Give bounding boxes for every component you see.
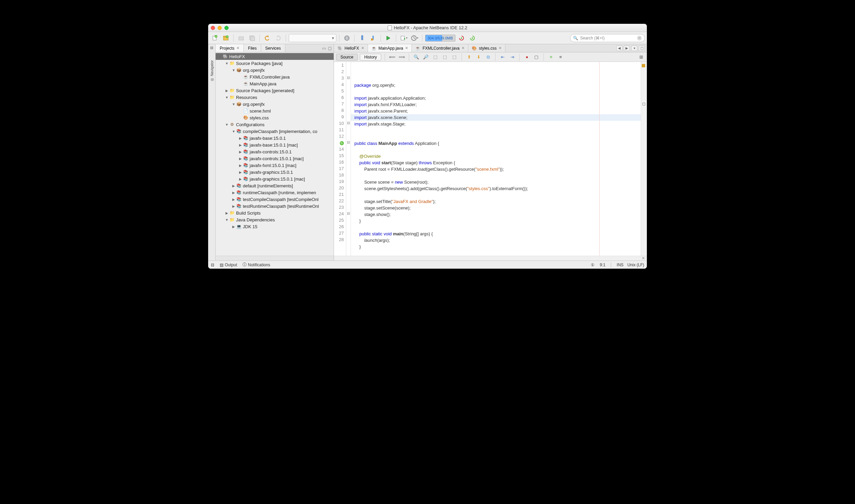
tree-node[interactable]: ▶📚runtimeClasspath [runtime, implemen bbox=[216, 189, 334, 196]
expand-toggle-icon[interactable]: ▼ bbox=[231, 130, 236, 133]
tree-node[interactable]: ▼📦org.openjfx bbox=[216, 101, 334, 107]
expand-toggle-icon[interactable]: ▼ bbox=[231, 68, 236, 72]
expand-toggle-icon[interactable]: ▼ bbox=[224, 218, 229, 222]
sidebar-scrollbar[interactable] bbox=[216, 256, 334, 261]
uncomment-button[interactable]: ≡ bbox=[557, 53, 564, 61]
maximize-editor-button[interactable]: ▢ bbox=[639, 46, 645, 51]
minimize-status-icon[interactable]: ⊟ bbox=[211, 263, 214, 267]
tab-list-button[interactable]: ▾ bbox=[631, 46, 637, 51]
shift-right-button[interactable]: ⇥ bbox=[508, 53, 516, 61]
editor-tab[interactable]: 🐘HelloFX✕ bbox=[334, 44, 368, 52]
find-prev-button[interactable]: ⬚ bbox=[432, 53, 439, 61]
clean-build-button[interactable] bbox=[368, 33, 378, 43]
prev-bookmark-button[interactable]: ⬆ bbox=[465, 53, 473, 61]
history-view-button[interactable]: History bbox=[360, 54, 381, 61]
expand-toggle-icon[interactable]: ▶ bbox=[224, 211, 229, 215]
editor-tab[interactable]: ☕MainApp.java✕ bbox=[368, 44, 412, 52]
tree-node[interactable]: ▶💻JDK 15 bbox=[216, 223, 334, 230]
expand-toggle-icon[interactable]: ▶ bbox=[238, 136, 243, 140]
split-editor-button[interactable]: ⊞ bbox=[637, 53, 645, 61]
start-macro-button[interactable]: ● bbox=[523, 53, 531, 61]
insert-mode-indicator[interactable]: ① bbox=[591, 263, 594, 267]
expand-toggle-icon[interactable]: ▼ bbox=[224, 62, 229, 65]
toggle-highlight-button[interactable]: ⬚ bbox=[451, 53, 458, 61]
profile-button[interactable]: ▾ bbox=[410, 33, 419, 43]
tree-node[interactable]: ☕MainApp.java bbox=[216, 80, 334, 87]
navigator-tab[interactable]: ◎Navigator bbox=[209, 60, 214, 82]
close-scroll-icon[interactable]: ✕ bbox=[642, 256, 645, 261]
expand-toggle-icon[interactable]: ▶ bbox=[224, 89, 229, 93]
tree-node[interactable]: ▶📚default [runtimeElements] bbox=[216, 182, 334, 189]
expand-toggle-icon[interactable]: ▶ bbox=[238, 150, 243, 154]
find-next-button[interactable]: ⬚ bbox=[441, 53, 449, 61]
expand-toggle-icon[interactable]: ▶ bbox=[231, 184, 236, 188]
next-bookmark-button[interactable]: ⬇ bbox=[475, 53, 482, 61]
tree-node[interactable]: ▶📚javafx-graphics:15.0.1 bbox=[216, 169, 334, 175]
tree-node[interactable]: ▼📁Java Dependencies bbox=[216, 216, 334, 223]
tree-node[interactable]: ▼📚compileClasspath [implementation, co bbox=[216, 128, 334, 135]
expand-toggle-icon[interactable]: ▶ bbox=[231, 198, 236, 201]
tree-node[interactable]: ▼🐘HelloFX bbox=[216, 53, 334, 60]
tree-node[interactable]: ▼📁Resources bbox=[216, 94, 334, 101]
comment-button[interactable]: ≡ bbox=[547, 53, 555, 61]
reload-button-1[interactable] bbox=[457, 33, 466, 43]
expand-toggle-icon[interactable]: ▼ bbox=[218, 55, 222, 58]
tree-node[interactable]: ☕FXMLController.java bbox=[216, 73, 334, 80]
expand-toggle-icon[interactable]: ▶ bbox=[238, 157, 243, 161]
overview-ruler[interactable] bbox=[641, 62, 647, 256]
output-panel-button[interactable]: ▤Output bbox=[220, 263, 237, 267]
expand-toggle-icon[interactable]: ▶ bbox=[231, 204, 236, 208]
close-tab-icon[interactable]: ✕ bbox=[499, 46, 502, 50]
tree-node[interactable]: ▶📁Source Packages [generated] bbox=[216, 87, 334, 94]
project-tree[interactable]: ▼🐘HelloFX▼📁Source Packages [java]▼📦org.o… bbox=[216, 52, 334, 256]
run-config-dropdown[interactable]: ▾ bbox=[289, 34, 336, 42]
build-button[interactable] bbox=[357, 33, 367, 43]
new-project-button[interactable]: + bbox=[221, 33, 231, 43]
toggle-bookmark-button[interactable]: ⧉ bbox=[484, 53, 492, 61]
expand-toggle-icon[interactable]: ▶ bbox=[238, 164, 243, 167]
run-button[interactable] bbox=[384, 33, 393, 43]
close-tab-icon[interactable]: ✕ bbox=[462, 46, 465, 50]
tree-node[interactable]: ▼📁Source Packages [java] bbox=[216, 60, 334, 67]
shift-left-button[interactable]: ⇤ bbox=[499, 53, 506, 61]
find-selection-next-button[interactable]: 🔎 bbox=[422, 53, 430, 61]
expand-toggle-icon[interactable]: ▶ bbox=[231, 191, 236, 195]
clear-search-icon[interactable]: ✕ bbox=[637, 36, 642, 40]
editor-tab[interactable]: 🎨styles.css✕ bbox=[468, 44, 505, 52]
close-tab-icon[interactable]: ✕ bbox=[405, 46, 408, 50]
tree-node[interactable]: ▶📚javafx-controls:15.0.1 [mac] bbox=[216, 155, 334, 162]
tab-next-button[interactable]: ▶ bbox=[624, 46, 630, 51]
editor-scrollbar[interactable]: ✕ bbox=[334, 256, 647, 261]
sidebar-tab-files[interactable]: Files bbox=[244, 44, 261, 52]
tree-node[interactable]: ▶📚javafx-controls:15.0.1 bbox=[216, 148, 334, 155]
expand-toggle-icon[interactable]: ▶ bbox=[238, 170, 243, 174]
stop-macro-button[interactable]: ▢ bbox=[533, 53, 540, 61]
memory-indicator[interactable]: 304.0/539.0MB bbox=[425, 35, 455, 41]
expand-toggle-icon[interactable]: ▼ bbox=[224, 96, 229, 99]
reload-button-2[interactable] bbox=[468, 33, 477, 43]
code-content[interactable]: package org.openjfx; import javafx.appli… bbox=[351, 62, 641, 256]
global-search-input[interactable]: 🔍 Search (⌘+I) ✕ bbox=[570, 34, 645, 42]
tree-node[interactable]: ▶📚javafx-fxml:15.0.1 [mac] bbox=[216, 162, 334, 169]
tree-node[interactable]: ▼⚙Configurations bbox=[216, 121, 334, 128]
tree-node[interactable]: ▶📚javafx-base:15.0.1 [mac] bbox=[216, 141, 334, 148]
notifications-button[interactable]: ⓘNotifications bbox=[242, 262, 270, 268]
new-file-button[interactable]: + bbox=[210, 33, 220, 43]
tree-node[interactable]: ▶📚testRuntimeClasspath [testRuntimeOnl bbox=[216, 203, 334, 209]
open-project-button[interactable] bbox=[236, 33, 246, 43]
sidebar-tab-services[interactable]: Services bbox=[261, 44, 285, 52]
editor-tab[interactable]: ☕FXMLController.java✕ bbox=[412, 44, 468, 52]
code-editor[interactable]: 123456789101112↻141516171819202122232425… bbox=[334, 62, 647, 256]
source-view-button[interactable]: Source bbox=[336, 54, 358, 61]
nav-forward-button[interactable]: ⟹ bbox=[398, 53, 405, 61]
find-selection-prev-button[interactable]: 🔍 bbox=[413, 53, 420, 61]
tree-node[interactable]: 📄scene.fxml bbox=[216, 107, 334, 114]
globe-button[interactable] bbox=[342, 33, 352, 43]
tab-prev-button[interactable]: ◀ bbox=[616, 46, 622, 51]
nav-back-button[interactable]: ⟸ bbox=[388, 53, 396, 61]
tree-node[interactable]: ▶📚javafx-base:15.0.1 bbox=[216, 135, 334, 141]
minimize-rail-icon[interactable]: ⊟ bbox=[210, 46, 213, 50]
close-tab-icon[interactable]: ✕ bbox=[361, 46, 364, 50]
tree-node[interactable]: ▶📁Build Scripts bbox=[216, 209, 334, 216]
debug-button[interactable]: ▾ bbox=[399, 33, 408, 43]
